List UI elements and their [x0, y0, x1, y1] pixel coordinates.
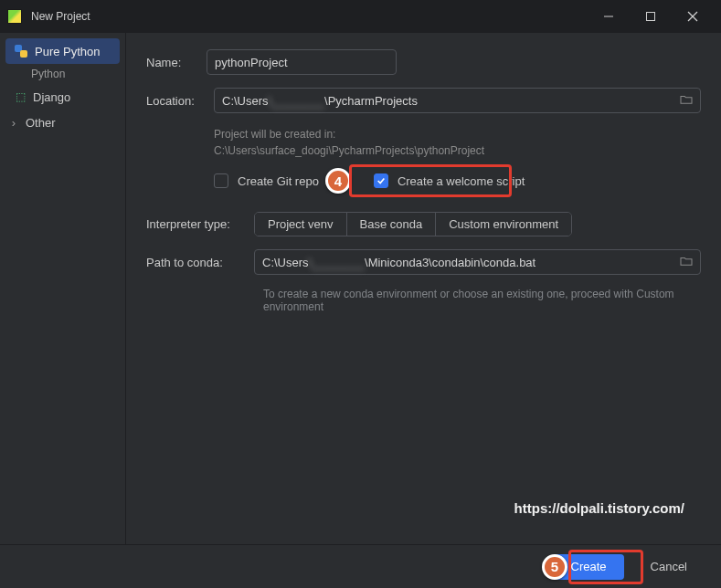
conda-prefix: C:\Users — [262, 256, 309, 269]
toggle-project-venv[interactable]: Project venv — [255, 213, 347, 236]
interpreter-row: Interpreter type: Project venv Base cond… — [146, 212, 701, 236]
new-project-window: New Project Pure Python Python ⬚ Django — [0, 0, 721, 588]
location-prefix: C:\Users — [222, 94, 269, 108]
sidebar-item-label: Other — [26, 116, 56, 130]
sidebar-item-pure-python[interactable]: Pure Python — [5, 38, 120, 64]
interpreter-label: Interpreter type: — [146, 217, 241, 231]
location-blurred: \________ — [269, 94, 324, 108]
welcome-label: Create a welcome script — [398, 174, 525, 188]
footer: 5 Create Cancel — [0, 544, 721, 588]
browse-folder-icon[interactable] — [680, 256, 693, 269]
hint-line2: C:\Users\surface_doogi\PycharmProjects\p… — [214, 142, 701, 159]
name-input[interactable]: pythonProject — [207, 49, 397, 75]
sidebar-sub-python: Python — [0, 64, 125, 84]
conda-label: Path to conda: — [146, 256, 241, 269]
close-button[interactable] — [672, 0, 714, 33]
location-label: Location: — [146, 94, 201, 108]
name-value: pythonProject — [215, 56, 288, 69]
sidebar-item-django[interactable]: ⬚ Django — [5, 84, 120, 110]
minimize-button[interactable] — [588, 0, 630, 33]
sidebar-item-other[interactable]: › Other — [5, 110, 120, 135]
conda-path-input[interactable]: C:\Users\________\Miniconda3\condabin\co… — [254, 249, 701, 275]
maximize-button[interactable] — [630, 0, 672, 33]
window-controls — [588, 0, 714, 33]
checkbox-row: Create Git repo 4 Create a welcome scrip… — [214, 173, 701, 188]
location-input[interactable]: C:\Users\________\PycharmProjects — [214, 88, 701, 113]
creation-hint: Project will be created in: C:\Users\sur… — [214, 126, 701, 159]
interpreter-toggle: Project venv Base conda Custom environme… — [254, 212, 572, 236]
location-row: Location: C:\Users\________\PycharmProje… — [146, 88, 701, 113]
toggle-base-conda[interactable]: Base conda — [347, 213, 437, 236]
app-icon — [7, 9, 22, 24]
git-label: Create Git repo — [238, 174, 319, 188]
conda-path-row: Path to conda: C:\Users\________\Minicon… — [146, 249, 701, 275]
toggle-custom-env[interactable]: Custom environment — [436, 213, 571, 236]
create-button[interactable]: Create — [554, 554, 624, 580]
svg-rect-1 — [647, 12, 655, 20]
lock-icon: ⬚ — [15, 90, 26, 103]
body: Pure Python Python ⬚ Django › Other Name… — [0, 33, 721, 544]
python-icon — [15, 45, 27, 58]
chevron-right-icon: › — [9, 116, 18, 130]
conda-blurred: \________ — [309, 256, 365, 269]
conda-suffix: \Miniconda3\condabin\conda.bat — [365, 256, 535, 269]
conda-help-text: To create a new conda environment or cho… — [263, 288, 701, 313]
cancel-button[interactable]: Cancel — [633, 554, 705, 580]
callout-4: 4 — [325, 168, 351, 194]
location-suffix: \PycharmProjects — [324, 94, 418, 108]
name-row: Name: pythonProject — [146, 49, 701, 75]
content-panel: Name: pythonProject Location: C:\Users\_… — [126, 33, 721, 544]
watermark-url: https://dolpali.tistory.com/ — [514, 500, 684, 516]
titlebar: New Project — [0, 0, 721, 33]
hint-line1: Project will be created in: — [214, 126, 701, 142]
sidebar: Pure Python Python ⬚ Django › Other — [0, 33, 126, 544]
browse-folder-icon[interactable] — [680, 94, 693, 108]
name-label: Name: — [146, 56, 194, 69]
welcome-checkbox[interactable] — [374, 173, 388, 188]
sidebar-item-label: Pure Python — [35, 45, 101, 58]
sidebar-item-label: Django — [33, 90, 70, 104]
window-title: New Project — [31, 10, 588, 23]
git-checkbox[interactable] — [214, 173, 228, 188]
